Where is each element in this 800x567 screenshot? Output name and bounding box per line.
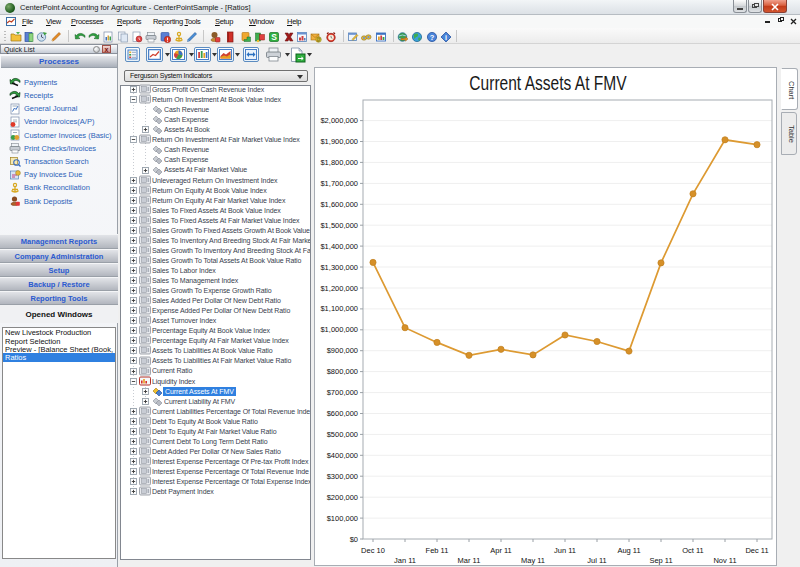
svg-text:Nov 11: Nov 11	[713, 556, 736, 565]
svg-text:$1,700,000: $1,700,000	[320, 179, 358, 188]
svg-text:$400,000: $400,000	[327, 451, 358, 460]
svg-text:i: i	[445, 34, 447, 41]
svg-text:May 11: May 11	[521, 556, 545, 565]
svg-text:$1,500,000: $1,500,000	[320, 221, 358, 230]
svg-text:$500,000: $500,000	[327, 430, 358, 439]
svg-text:Mar 11: Mar 11	[458, 556, 481, 565]
svg-text:$900,000: $900,000	[327, 346, 358, 355]
svg-text:Jul 11: Jul 11	[587, 556, 606, 565]
svg-text:?: ?	[430, 33, 435, 42]
svg-text:$0: $0	[350, 535, 358, 544]
svg-text:$700,000: $700,000	[327, 388, 358, 397]
svg-text:S: S	[271, 32, 277, 42]
svg-text:Feb 11: Feb 11	[426, 546, 449, 555]
svg-text:$300,000: $300,000	[327, 472, 358, 481]
svg-text:$100,000: $100,000	[327, 514, 358, 523]
svg-text:Dec 10: Dec 10	[361, 546, 385, 555]
svg-text:Current Assets At FMV: Current Assets At FMV	[469, 71, 627, 94]
svg-text:$1,900,000: $1,900,000	[320, 137, 358, 146]
svg-text:Dec 11: Dec 11	[745, 546, 768, 555]
svg-text:Oct 11: Oct 11	[682, 546, 704, 555]
svg-text:Apr 11: Apr 11	[490, 546, 512, 555]
svg-text:Sep 11: Sep 11	[649, 556, 672, 565]
svg-text:$2,000,000: $2,000,000	[320, 116, 358, 125]
svg-text:$600,000: $600,000	[327, 409, 358, 418]
svg-text:$1,100,000: $1,100,000	[320, 304, 358, 313]
svg-text:$1,800,000: $1,800,000	[320, 158, 358, 167]
svg-text:$1,300,000: $1,300,000	[320, 263, 358, 272]
svg-text:$200,000: $200,000	[327, 493, 358, 502]
svg-text:$1,200,000: $1,200,000	[320, 284, 358, 293]
svg-text:Jan 11: Jan 11	[394, 556, 416, 565]
svg-text:$1,600,000: $1,600,000	[320, 200, 358, 209]
svg-text:$1,400,000: $1,400,000	[320, 242, 358, 251]
svg-text:Jun 11: Jun 11	[554, 546, 576, 555]
svg-text:$1,000,000: $1,000,000	[320, 325, 358, 334]
svg-text:@: @	[316, 37, 321, 42]
svg-text:$800,000: $800,000	[327, 367, 358, 376]
svg-text:Aug 11: Aug 11	[617, 546, 640, 555]
